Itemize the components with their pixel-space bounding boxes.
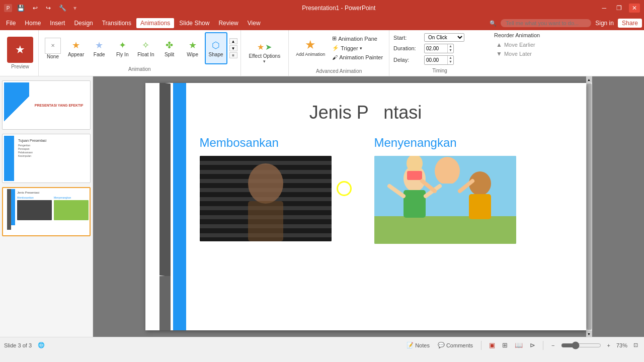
scroll-up-btn[interactable]: ▲ [586,76,592,82]
reorder-animation-group: Reorder Animation ▲ Move Earlier ▼ Move … [490,30,550,76]
happy-image [374,156,516,244]
slide3-deco-gray [7,189,11,230]
menu-home[interactable]: Home [21,18,45,28]
slide3-fun-img-preview [54,200,89,220]
timing-delay-input[interactable] [425,57,447,63]
save-quick-btn[interactable]: 💾 [14,4,28,13]
view-sorter-btn[interactable]: ⊞ [501,340,509,350]
gallery-expand[interactable]: ≡ [229,52,237,58]
menu-transitions[interactable]: Transitions [98,18,135,28]
svg-rect-0 [173,83,186,254]
trigger-btn[interactable]: ⚡ Trigger ▾ [330,44,385,52]
animation-group-label: Animation [42,66,237,72]
preview-button[interactable]: ★ [7,37,33,63]
minimize-btn[interactable]: ─ [599,4,609,13]
svg-rect-16 [404,190,426,218]
slide3-fun-preview: Menyenangkan [54,196,89,199]
title-text: Presentation1 - PowerPoint [302,5,375,12]
anim-split-btn[interactable]: ✤ Split [158,32,181,64]
timing-start-label: Start: [393,35,421,41]
status-divider1 [481,341,481,350]
move-earlier-btn[interactable]: ▲ Move Earlier [494,40,546,49]
anim-floatin-label: Float In [137,52,154,57]
timing-duration-input[interactable] [425,45,447,52]
slide3-content: Jenis Presentasi Membosankan Menyenangka… [4,189,89,234]
timing-delay-up[interactable]: ▲ [448,56,453,60]
timing-delay-down[interactable]: ▼ [448,60,453,64]
anim-fade-btn[interactable]: ★ Fade [88,32,110,64]
view-reading-btn[interactable]: 📖 [513,340,524,350]
timing-duration-up[interactable]: ▲ [448,44,453,48]
anim-appear-icon: ★ [72,40,80,51]
share-btn[interactable]: Share [618,19,642,28]
move-later-btn[interactable]: ▼ Move Later [494,49,546,58]
notes-btn[interactable]: 📝 Notes [405,341,432,349]
comments-btn[interactable]: 💬 Comments [436,341,475,349]
zoom-in-btn[interactable]: + [605,341,612,349]
anim-appear-btn[interactable]: ★ Appear [65,32,87,64]
menu-view[interactable]: View [244,18,265,28]
slide-thumb-1[interactable]: 1 PRESENTASI YANG EFEKTIF [2,80,91,130]
move-later-icon: ▼ [496,50,502,57]
zoom-slider[interactable] [561,341,601,349]
menu-file[interactable]: File [2,18,20,28]
menu-insert[interactable]: Insert [46,18,69,28]
view-normal-btn[interactable]: ▣ [488,340,497,350]
anim-flyin-btn[interactable]: ✦ Fly In [111,32,133,64]
timing-group: Start: On Click Duration: ▲ ▼ Delay: ▲ ▼ [389,30,490,76]
anim-flyin-icon: ✦ [119,40,126,51]
menu-slideshow[interactable]: Slide Show [175,18,213,28]
timing-duration-down[interactable]: ▼ [448,48,453,52]
fit-slide-btn[interactable]: ⊡ [631,341,640,349]
animation-pane-btn[interactable]: ⊞ Animation Pane [330,34,385,43]
slide2-deco [4,136,14,181]
timing-duration-input-wrap: ▲ ▼ [424,44,454,53]
menu-review[interactable]: Review [214,18,242,28]
timing-delay-label: Delay: [393,57,421,63]
view-slideshow-btn[interactable]: ⊳ [528,340,537,350]
gallery-scroll-up[interactable]: ▲ [229,38,237,44]
undo-btn[interactable]: ↩ [30,4,41,13]
language-icon: 🌐 [38,342,45,348]
sign-in-btn[interactable]: Sign in [592,19,617,28]
adv-anim-label: Advanced Animation [293,68,385,74]
add-animation-btn[interactable]: ★ Add Animation [293,32,328,62]
anim-floatin-btn[interactable]: ✧ Float In [134,32,157,64]
effect-options-sublabel: ▾ [263,59,266,64]
search-input[interactable] [501,19,591,27]
anim-none-btn[interactable]: ✕ None [42,32,64,64]
deco-blue-bar [173,83,186,251]
happy-image-svg [374,156,516,244]
slide-thumb-2[interactable]: 2 Tujuan Presentasi PengertianPersiapanP… [2,134,91,183]
close-btn[interactable]: ✕ [629,4,640,13]
redo-btn[interactable]: ↪ [43,4,54,13]
advanced-animation-group: ★ Add Animation ⊞ Animation Pane ⚡ Trigg… [289,30,389,76]
slide-thumb-3[interactable]: 3 ★ Jenis Presentasi Membosankan [2,187,91,236]
status-bar: Slide 3 of 3 🌐 📝 Notes 💬 Comments ▣ ⊞ 📖 … [0,337,644,353]
status-bar-right: 📝 Notes 💬 Comments ▣ ⊞ 📖 ⊳ − + 73% ⊡ [405,340,640,350]
move-earlier-icon: ▲ [496,41,502,48]
anim-fade-label: Fade [94,52,105,57]
menu-animations[interactable]: Animations [136,18,174,28]
animation-painter-btn[interactable]: 🖌 Animation Painter [330,53,385,61]
anim-wipe-btn[interactable]: ★ Wipe [182,32,204,64]
add-anim-label: Add Animation [296,52,325,57]
slide-thumb-inner-1: PRESENTASI YANG EFEKTIF [2,80,91,130]
language-btn[interactable]: 🌐 [36,341,47,349]
restore-btn[interactable]: ❐ [613,4,625,13]
timing-delay-input-wrap: ▲ ▼ [424,55,454,65]
scroll-down-btn[interactable]: ▼ [586,331,592,337]
preview-label: Preview [11,64,29,69]
effect-options-btn[interactable]: ★ ➤ Effect Options ▾ [246,38,284,68]
zoom-out-btn[interactable]: − [549,341,556,349]
timing-start-select[interactable]: On Click [424,33,464,42]
anim-shape-btn[interactable]: ⬡ Shape [205,32,227,64]
gallery-scroll-down[interactable]: ▼ [229,45,237,51]
timing-group-label: Timing [393,68,486,73]
customize-quick-btn[interactable]: 🔧 [56,4,69,13]
gallery-scroll: ▲ ▼ ≡ [229,38,237,58]
effect-options-icons: ★ ➤ [257,42,272,52]
menu-design[interactable]: Design [70,18,97,28]
title-bar-right: ─ ❐ ✕ [599,4,640,13]
left-heading: Membosankan [200,136,343,150]
